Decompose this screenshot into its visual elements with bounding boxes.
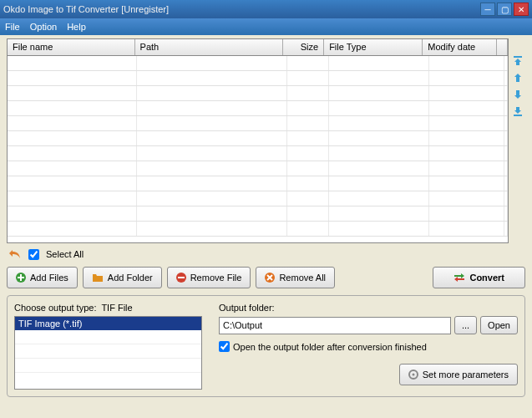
- svg-rect-0: [514, 56, 522, 58]
- grid-body: [8, 56, 508, 237]
- open-folder-button[interactable]: Open: [480, 316, 518, 334]
- close-button[interactable]: ✕: [514, 3, 529, 16]
- open-after-label: Open the output folder after conversion …: [233, 342, 427, 352]
- table-row: [8, 176, 508, 191]
- convert-label: Convert: [469, 273, 504, 283]
- maximize-button[interactable]: ▢: [497, 3, 512, 16]
- open-after-checkbox[interactable]: [219, 341, 230, 352]
- add-files-label: Add Files: [30, 273, 68, 283]
- menu-file[interactable]: File: [5, 22, 20, 32]
- grid-header: File name Path Size File Type Modify dat…: [8, 39, 508, 56]
- file-grid[interactable]: File name Path Size File Type Modify dat…: [7, 38, 509, 243]
- table-row: [8, 116, 508, 131]
- minus-icon: [176, 273, 186, 283]
- menu-help[interactable]: Help: [67, 22, 86, 32]
- output-panel: Choose output type: TIF File TIF Image (…: [7, 295, 525, 397]
- folder-icon: [92, 273, 104, 283]
- remove-all-button[interactable]: Remove All: [256, 267, 335, 288]
- move-bottom-icon[interactable]: [512, 105, 524, 117]
- col-filename[interactable]: File name: [8, 39, 135, 55]
- col-filetype[interactable]: File Type: [324, 39, 423, 55]
- table-row: [8, 161, 508, 176]
- table-row: [8, 56, 508, 71]
- table-row: [8, 101, 508, 116]
- menu-bar: File Option Help: [0, 18, 532, 35]
- table-row: [8, 131, 508, 146]
- cancel-icon: [265, 273, 275, 283]
- output-folder-label: Output folder:: [219, 303, 518, 313]
- col-path[interactable]: Path: [135, 39, 283, 55]
- reorder-controls: [512, 38, 525, 243]
- minimize-button[interactable]: ─: [480, 3, 495, 16]
- output-type-option[interactable]: TIF Image (*.tif): [15, 317, 201, 330]
- svg-rect-4: [178, 277, 185, 278]
- remove-file-button[interactable]: Remove File: [167, 267, 251, 288]
- convert-icon: [453, 273, 465, 283]
- gear-icon: [408, 370, 418, 380]
- window-title: Okdo Image to Tif Converter [Unregister]: [3, 4, 480, 14]
- remove-all-label: Remove All: [279, 273, 326, 283]
- add-folder-label: Add Folder: [108, 273, 153, 283]
- col-modifydate[interactable]: Modify date: [423, 39, 497, 55]
- table-row: [8, 206, 508, 222]
- title-bar: Okdo Image to Tif Converter [Unregister]…: [0, 0, 532, 18]
- output-folder-input[interactable]: [219, 317, 451, 334]
- table-row: [8, 191, 508, 206]
- svg-point-7: [412, 374, 414, 376]
- col-end: [497, 39, 508, 55]
- select-all-checkbox[interactable]: [28, 249, 39, 260]
- output-type-list[interactable]: TIF Image (*.tif): [14, 316, 202, 390]
- menu-option[interactable]: Option: [30, 22, 57, 32]
- add-files-button[interactable]: Add Files: [7, 267, 78, 288]
- plus-icon: [16, 273, 26, 283]
- table-row: [8, 222, 508, 237]
- svg-rect-1: [514, 115, 522, 116]
- set-parameters-button[interactable]: Set more parameters: [399, 364, 518, 385]
- move-down-icon[interactable]: [512, 89, 524, 100]
- remove-file-label: Remove File: [190, 273, 242, 283]
- browse-button[interactable]: ...: [454, 316, 477, 334]
- table-row: [8, 71, 508, 86]
- table-row: [8, 86, 508, 101]
- output-type-label: Choose output type: TIF File: [14, 303, 202, 313]
- set-parameters-label: Set more parameters: [423, 370, 509, 380]
- add-folder-button[interactable]: Add Folder: [83, 267, 162, 288]
- table-row: [8, 146, 508, 161]
- move-up-icon[interactable]: [512, 72, 524, 84]
- select-all-label: Select All: [46, 249, 84, 259]
- undo-icon[interactable]: [8, 248, 22, 260]
- convert-button[interactable]: Convert: [433, 267, 525, 288]
- col-size[interactable]: Size: [283, 39, 324, 55]
- move-top-icon[interactable]: [512, 55, 524, 67]
